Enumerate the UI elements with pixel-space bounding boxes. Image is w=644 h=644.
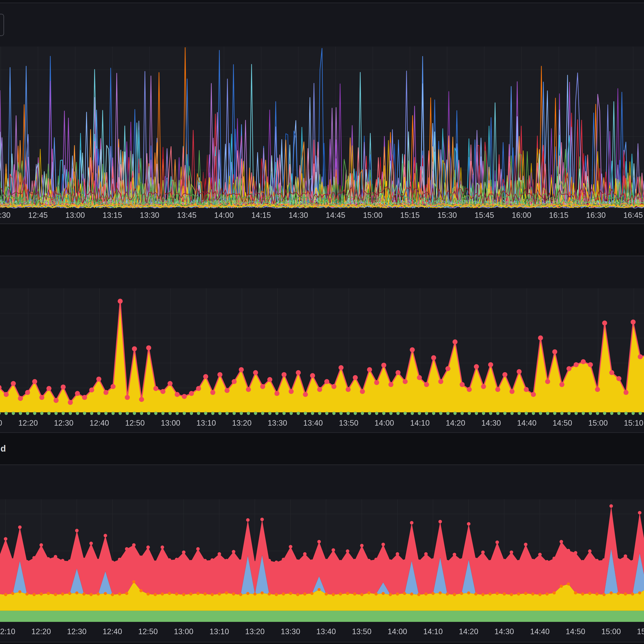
partial-panel-outline [0,14,4,36]
top-chart-canvas[interactable] [0,47,644,223]
panel-gap-1 [0,224,644,256]
bottom-panel-title-fragment: d [1,444,6,454]
bottom-chart-canvas[interactable] [0,499,644,644]
dashboard-screen: d [0,0,644,644]
panel-gap-2 [0,433,644,464]
middle-chart-canvas[interactable] [0,288,644,432]
